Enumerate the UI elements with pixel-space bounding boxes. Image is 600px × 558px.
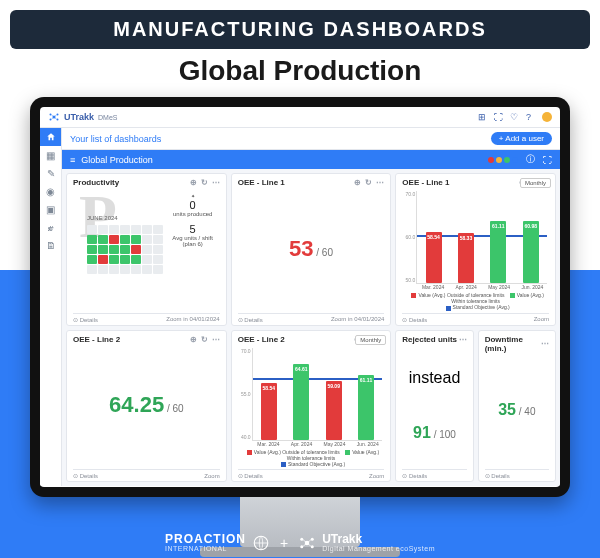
page-title: Global Production xyxy=(0,55,600,87)
zoom-link[interactable]: Zoom xyxy=(204,473,219,479)
card-rejected: Rejected units ⋯ instead 91 / 100 xyxy=(395,330,473,483)
card-title: OEE - Line 2 xyxy=(238,335,285,344)
brand1-sub: INTERNATIONAL xyxy=(165,545,246,552)
add-user-button[interactable]: + Add a user xyxy=(491,132,552,145)
breadcrumb-row: Your list of dashboards + Add a user xyxy=(62,128,560,150)
globe-icon xyxy=(252,534,270,552)
sidebar: ▦ ✎ ◉ ▣ ⸙ 🗎 xyxy=(40,128,62,486)
sidebar-item-box[interactable]: ▣ xyxy=(40,200,62,218)
card-menu-icon[interactable]: ⊕ xyxy=(190,178,197,187)
svg-point-9 xyxy=(300,545,303,548)
footer-brands: PROACTION INTERNATIONAL + UTrakk Digital… xyxy=(0,533,600,552)
main-area: Your list of dashboards + Add a user ≡ G… xyxy=(62,128,560,486)
details-link[interactable]: ⊙ Details xyxy=(402,472,427,479)
sidebar-item-gauge[interactable]: ◉ xyxy=(40,182,62,200)
stat1-label: units produced xyxy=(168,211,218,217)
avatar[interactable] xyxy=(542,112,552,122)
grid-icon[interactable]: ⊞ xyxy=(478,112,488,122)
sidebar-item-doc[interactable]: 🗎 xyxy=(40,236,62,254)
app-screen: UTrakk DMeS ⊞ ⛶ ♡ ? ▦ ✎ xyxy=(40,107,560,487)
fullscreen-icon[interactable]: ⛶ xyxy=(543,155,552,165)
card-refresh-icon[interactable]: ↻ xyxy=(365,178,372,187)
card-more-icon[interactable]: ⋯ xyxy=(212,335,220,344)
wrench-icon: ✎ xyxy=(47,168,55,179)
card-menu-icon[interactable]: ⊕ xyxy=(190,335,197,344)
section-banner: MANUFACTURING DASHBOARDS xyxy=(10,10,590,49)
sidebar-item-org[interactable]: ⸙ xyxy=(40,218,62,236)
zoom-link[interactable]: Zoom xyxy=(369,473,384,479)
hamburger-icon[interactable]: ≡ xyxy=(70,155,75,165)
svg-point-7 xyxy=(300,537,303,540)
utrakk-logo-icon xyxy=(48,111,60,123)
svg-point-3 xyxy=(50,119,52,121)
app-topbar: UTrakk DMeS ⊞ ⛶ ♡ ? xyxy=(40,107,560,128)
card-title: OEE - Line 2 xyxy=(73,335,120,344)
details-link[interactable]: ⊙ Details xyxy=(238,316,263,323)
card-refresh-icon[interactable]: ↻ xyxy=(201,178,208,187)
card-title: OEE - Line 1 xyxy=(238,178,285,187)
details-link[interactable]: ⊙ Details xyxy=(238,472,263,479)
sidebar-item-calendar[interactable]: ▦ xyxy=(40,146,62,164)
details-link[interactable]: ⊙ Details xyxy=(485,472,510,479)
bar-chart: 70.055.040.0 58.54 64.61 59.09 61.11 xyxy=(238,344,385,468)
card-productivity: Productivity ⊕↻⋯ P JUNE 2024 xyxy=(66,173,227,326)
brand2-sub: Digital Management ecoSystem xyxy=(322,545,435,552)
stat2-label: Avg units / shift (plan 6) xyxy=(168,235,218,247)
box-icon: ▣ xyxy=(46,204,55,215)
dashboard-grid: Productivity ⊕↻⋯ P JUNE 2024 xyxy=(62,169,560,486)
zoom-link[interactable]: Zoom xyxy=(534,316,549,322)
stat1-value: 0 xyxy=(168,199,218,211)
calendar-heatmap[interactable] xyxy=(87,225,163,274)
breadcrumb[interactable]: Your list of dashboards xyxy=(70,134,161,144)
help-icon[interactable]: ? xyxy=(526,112,536,122)
utrakk-logo-icon xyxy=(298,534,316,552)
card-more-icon[interactable]: ⋯ xyxy=(212,178,220,187)
sidebar-item-tools[interactable]: ✎ xyxy=(40,164,62,182)
card-oee1-value: OEE - Line 1 ⊕↻⋯ 53 / 60 ⊙ Details Zoom xyxy=(231,173,392,326)
chart-legend: Value (Avg.) Outside of tolerance limits… xyxy=(402,292,549,310)
card-menu-icon[interactable]: ⊕ xyxy=(354,178,361,187)
zoom-link[interactable]: Zoom in 04/01/2024 xyxy=(166,316,219,322)
card-more-icon[interactable]: ⋯ xyxy=(459,335,467,344)
expand-icon[interactable]: ⛶ xyxy=(494,112,504,122)
home-icon xyxy=(46,132,56,142)
calendar-icon: ▦ xyxy=(46,150,55,161)
card-oee2-chart: Monthly OEE - Line 2 ⊕↻⋯ 70.055.040.0 xyxy=(231,330,392,483)
card-title: OEE - Line 1 xyxy=(402,178,449,187)
card-more-icon[interactable]: ⋯ xyxy=(541,339,549,348)
info-icon[interactable]: ⓘ xyxy=(526,153,535,166)
calendar-month: JUNE 2024 xyxy=(87,215,118,221)
zoom-link[interactable]: Zoom in 04/01/2024 xyxy=(331,316,384,322)
svg-point-4 xyxy=(57,119,59,121)
plus-icon: + xyxy=(280,535,288,551)
svg-point-10 xyxy=(311,545,314,548)
monitor-frame: UTrakk DMeS ⊞ ⛶ ♡ ? ▦ ✎ xyxy=(30,97,570,497)
bell-icon[interactable]: ♡ xyxy=(510,112,520,122)
details-link[interactable]: ⊙ Details xyxy=(73,316,98,323)
stat2-value: 5 xyxy=(168,223,218,235)
brand1-name: PROACTION xyxy=(165,532,246,546)
app-brand[interactable]: UTrakk DMeS xyxy=(48,111,117,123)
kpi-value: 53 / 60 xyxy=(289,236,333,262)
card-more-icon[interactable]: ⋯ xyxy=(376,178,384,187)
card-pair: Rejected units ⋯ instead 91 / 100 xyxy=(395,330,556,483)
card-refresh-icon[interactable]: ↻ xyxy=(201,335,208,344)
brand2-name: UTrakk xyxy=(322,532,362,546)
sidebar-item-home[interactable] xyxy=(40,128,61,146)
details-link[interactable]: ⊙ Details xyxy=(402,316,427,323)
svg-point-1 xyxy=(50,114,52,116)
details-link[interactable]: ⊙ Details xyxy=(73,472,98,479)
dashboard-header: ≡ Global Production ⓘ ⛶ xyxy=(62,150,560,169)
svg-point-2 xyxy=(57,114,59,116)
kpi-value: 64.25 / 60 xyxy=(109,392,184,418)
dashboard-title: Global Production xyxy=(81,155,153,165)
productivity-stats: ✦ 0 units produced 5 Avg units / shift (… xyxy=(168,193,218,247)
kpi-value: 91 / 100 xyxy=(413,424,456,442)
brand-name: UTrakk xyxy=(64,112,94,122)
card-title: Downtime (min.) xyxy=(485,335,541,353)
card-oee1-chart: Monthly OEE - Line 1 ⊕↻⋯ 70.060.050.0 xyxy=(395,173,556,326)
card-oee2-value: OEE - Line 2 ⊕↻⋯ 64.25 / 60 ⊙ Details Zo xyxy=(66,330,227,483)
topbar-actions: ⊞ ⛶ ♡ ? xyxy=(478,112,552,122)
status-dots xyxy=(488,157,518,163)
brand-sub: DMeS xyxy=(98,114,117,121)
